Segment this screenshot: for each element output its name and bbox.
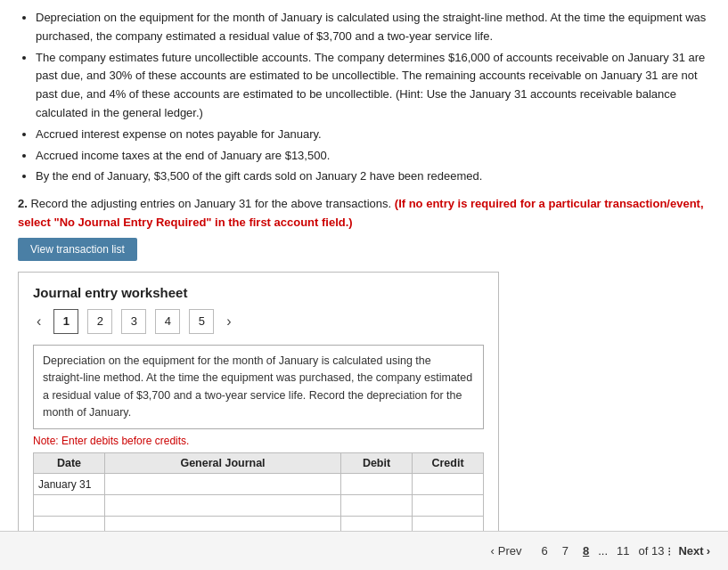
credit-cell-1[interactable] [413, 474, 484, 495]
journal-cell-1[interactable] [105, 474, 341, 495]
view-transaction-button[interactable]: View transaction list [18, 238, 137, 261]
debit-cell-2[interactable] [341, 495, 413, 517]
next-button[interactable]: Next › [678, 544, 710, 558]
tab-1[interactable]: 1 [53, 309, 78, 334]
tab-prev-arrow[interactable]: ‹ [33, 314, 45, 330]
page-11[interactable]: 11 [611, 542, 634, 559]
tab-row: ‹ 1 2 3 4 5 › [33, 309, 484, 334]
question-text: Record the adjusting entries on January … [30, 197, 391, 210]
worksheet-title: Journal entry worksheet [33, 285, 484, 300]
bullet-item-1: Depreciation on the equipment for the mo… [36, 9, 710, 46]
tab-next-arrow[interactable]: › [223, 314, 234, 330]
prev-chevron-icon: ‹ [490, 544, 494, 558]
col-header-date: Date [34, 453, 105, 474]
tab-3[interactable]: 3 [121, 309, 146, 334]
debit-cell-1[interactable] [341, 474, 413, 495]
journal-worksheet: Journal entry worksheet ‹ 1 2 3 4 5 › De… [18, 272, 499, 570]
of-total: of 13 [639, 544, 665, 558]
description-box: Depreciation on the equipment for the mo… [33, 345, 484, 430]
next-chevron-icon: › [707, 544, 710, 558]
col-header-journal: General Journal [105, 453, 341, 474]
tab-2[interactable]: 2 [87, 309, 112, 334]
bullet-item-3: Accrued interest expense on notes payabl… [36, 126, 710, 144]
credit-input-2[interactable] [417, 500, 479, 512]
bullet-item-2: The company estimates future uncollectib… [36, 49, 710, 123]
journal-input-1[interactable] [110, 478, 336, 491]
debit-input-2[interactable] [346, 500, 407, 512]
prev-button[interactable]: ‹ Prev [483, 541, 528, 561]
table-row: January 31 [34, 474, 484, 495]
bullet-item-4: Accrued income taxes at the end of Janua… [36, 147, 710, 166]
bullet-item-5: By the end of January, $3,500 of the gif… [36, 167, 710, 186]
page-8[interactable]: 8 [577, 542, 594, 559]
tab-5[interactable]: 5 [189, 309, 214, 334]
credit-input-1[interactable] [417, 478, 479, 491]
page-7[interactable]: 7 [557, 542, 574, 559]
debit-input-1[interactable] [346, 478, 407, 491]
journal-cell-2[interactable] [105, 495, 341, 517]
bottom-navigation: ‹ Prev 6 7 8 ... 11 of 13 ⁝ Next › [0, 531, 728, 570]
page-ellipsis: ... [598, 544, 608, 558]
date-cell-1: January 31 [34, 474, 105, 495]
table-row [34, 495, 484, 517]
col-header-debit: Debit [341, 453, 413, 474]
note-text: Note: Enter debits before credits. [33, 435, 484, 447]
page-numbers: 6 7 8 ... 11 of 13 ⁝ [536, 542, 672, 559]
tab-4[interactable]: 4 [155, 309, 180, 334]
question-number: 2. [18, 197, 28, 210]
question-label: 2. Record the adjusting entries on Janua… [18, 195, 710, 232]
page-6[interactable]: 6 [536, 542, 553, 559]
grid-icon[interactable]: ⁝ [667, 544, 671, 558]
bullet-list: Depreciation on the equipment for the mo… [36, 9, 710, 186]
date-cell-2 [34, 495, 105, 517]
prev-label: Prev [498, 544, 522, 558]
credit-cell-2[interactable] [413, 495, 484, 517]
journal-input-2[interactable] [110, 500, 336, 512]
col-header-credit: Credit [413, 453, 484, 474]
next-label: Next [678, 544, 703, 558]
